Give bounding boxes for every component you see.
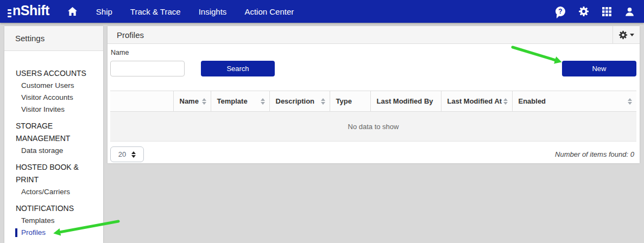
column-header-description[interactable]: Description <box>269 91 330 112</box>
stepper-arrows-icon[interactable] <box>131 151 136 158</box>
page-title: Profiles <box>117 30 613 40</box>
panel-header: Profiles <box>108 26 640 44</box>
logo-bars-icon <box>8 9 11 18</box>
sidebar-item-customer-users[interactable]: Customer Users <box>4 80 103 92</box>
nav-item-insights[interactable]: Insights <box>199 7 227 16</box>
sidebar-section-storage-management: STORAGE MANAGEMENT Data storage <box>4 120 103 157</box>
sidebar-heading-storage-management[interactable]: STORAGE MANAGEMENT <box>4 120 103 145</box>
sidebar-heading-users-accounts[interactable]: USERS ACCOUNTS <box>4 67 103 80</box>
sidebar-item-templates[interactable]: Templates <box>4 215 103 227</box>
main-menu: Ship Track & Trace Insights Action Cente… <box>96 7 294 16</box>
sidebar-item-profiles[interactable]: Profiles <box>4 227 103 239</box>
sidebar-heading-hosted-book-print[interactable]: HOSTED BOOK & PRINT <box>4 161 103 186</box>
column-header-last-modified-at[interactable]: Last Modified At <box>441 91 512 112</box>
nshift-logo[interactable]: nShift <box>8 4 49 19</box>
help-icon[interactable]: ? <box>555 7 565 16</box>
table-header-row: Name Template Description Type <box>110 91 636 112</box>
home-icon[interactable] <box>67 7 78 16</box>
settings-sidebar: Settings USERS ACCOUNTS Customer Users V… <box>4 26 103 243</box>
column-header-template[interactable]: Template <box>211 91 269 112</box>
panel-body: Name Search New Name <box>108 49 640 162</box>
column-header-select <box>110 91 173 112</box>
page-size-value: 20 <box>118 150 126 158</box>
search-button[interactable]: Search <box>201 61 275 76</box>
sort-icon[interactable] <box>628 98 632 105</box>
pagination-bar: 20 Number of items found: 0 <box>110 146 636 162</box>
name-filter-input[interactable] <box>110 61 185 76</box>
nav-item-ship[interactable]: Ship <box>96 7 112 16</box>
items-found-label: Number of items found: 0 <box>555 150 634 158</box>
active-indicator-bar <box>15 228 17 237</box>
logo-text: nShift <box>12 4 49 19</box>
sidebar-item-visitor-accounts[interactable]: Visitor Accounts <box>4 92 103 104</box>
column-header-last-modified-by: Last Modified By <box>370 91 441 112</box>
panel-gear-icon <box>618 30 628 40</box>
panel-settings-dropdown[interactable] <box>613 26 640 43</box>
nav-item-action-center[interactable]: Action Center <box>244 7 294 16</box>
sort-icon[interactable] <box>321 98 325 105</box>
column-header-name[interactable]: Name <box>173 91 211 112</box>
nav-item-track-and-trace[interactable]: Track & Trace <box>130 7 181 16</box>
sidebar-section-notifications: NOTIFICATIONS Templates Profiles <box>4 202 103 239</box>
sidebar-section-hosted-book-print: HOSTED BOOK & PRINT Actors/Carriers <box>4 161 103 198</box>
sidebar-section-users-accounts: USERS ACCOUNTS Customer Users Visitor Ac… <box>4 67 103 116</box>
sort-icon[interactable] <box>503 98 508 105</box>
page-size-stepper[interactable]: 20 <box>110 146 144 162</box>
name-filter-label: Name <box>111 49 636 56</box>
sidebar-item-profiles-label: Profiles <box>21 228 46 236</box>
new-button[interactable]: New <box>562 61 636 76</box>
user-account-icon[interactable] <box>624 7 635 17</box>
sidebar-menu: USERS ACCOUNTS Customer Users Visitor Ac… <box>4 67 103 239</box>
sidebar-item-data-storage[interactable]: Data storage <box>4 145 103 157</box>
chevron-down-icon <box>630 34 634 36</box>
top-nav-right-icons: ? <box>555 6 635 17</box>
sidebar-title: Settings <box>4 26 103 51</box>
profiles-panel: Profiles Name Search New <box>108 26 640 163</box>
apps-grid-icon[interactable] <box>602 7 611 16</box>
top-nav-bar: nShift Ship Track & Trace Insights Actio… <box>0 0 644 23</box>
sort-icon[interactable] <box>202 98 206 105</box>
profiles-table: Name Template Description Type <box>110 91 636 112</box>
filter-row: Search New <box>110 61 636 76</box>
sort-icon[interactable] <box>261 98 265 105</box>
column-header-enabled[interactable]: Enabled <box>512 91 636 112</box>
settings-gear-icon[interactable] <box>578 6 589 17</box>
column-header-type: Type <box>330 91 370 112</box>
empty-table-message: No data to show <box>110 112 636 142</box>
sidebar-item-visitor-invites[interactable]: Visitor Invites <box>4 104 103 116</box>
sidebar-heading-notifications[interactable]: NOTIFICATIONS <box>4 202 103 215</box>
sidebar-item-actors-carriers[interactable]: Actors/Carriers <box>4 186 103 198</box>
